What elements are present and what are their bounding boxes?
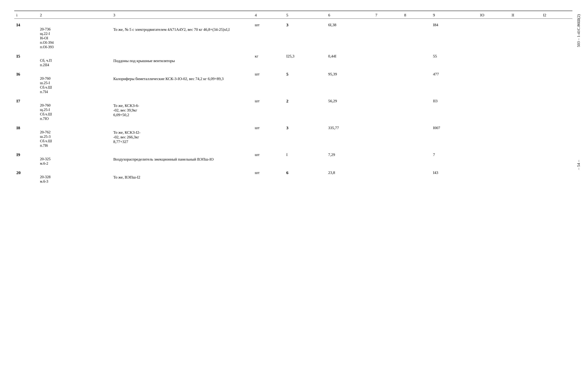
row-col5: 3 xyxy=(284,19,326,51)
row-col11 xyxy=(509,122,541,149)
row-col7 xyxy=(373,19,402,51)
table-row: I7 20-760 щ.25-I Сб.ч.Ш п.7IO То же, КСK… xyxy=(14,95,572,122)
row-col6: 95,39 xyxy=(326,69,373,95)
col-header-7: 7 xyxy=(373,11,402,19)
row-col6: 335,77 xyxy=(326,122,373,149)
row-col3: То же, КСKЗ-I2- -02, вес 266,3кг 8,77+32… xyxy=(111,122,253,149)
table-header-row: i 2 3 4 5 6 7 xyxy=(14,11,572,19)
col-header-2: 2 xyxy=(38,11,111,19)
row-col6: 56,29 xyxy=(326,95,373,122)
row-col6: 7,29 xyxy=(326,149,373,167)
col-header-10: IO xyxy=(478,11,509,19)
table-row: 20 20-328 м.6-3 То же, ВЭПш-I2 шт 6 23,8 xyxy=(14,167,572,185)
row-col4: кг xyxy=(253,51,284,69)
col-header-8: 8 xyxy=(402,11,431,19)
row-col10 xyxy=(478,51,509,69)
row-col10 xyxy=(478,69,509,95)
row-id: I7 xyxy=(14,95,38,122)
row-col11 xyxy=(509,167,541,185)
row-col12 xyxy=(541,19,572,51)
row-col12 xyxy=(541,51,572,69)
table-row: I8 20-762 ш.25-3 Сб.ч.Ш п.7I6 То же, КСK… xyxy=(14,122,572,149)
row-col3: Калориферы биметаллические КСК-3-IO-02, … xyxy=(111,69,253,95)
row-col4: шт xyxy=(253,149,284,167)
col-header-4: 4 xyxy=(253,11,284,19)
row-col3: Поддоны под крышные вентиляторы xyxy=(111,51,253,69)
row-col3: Воздухораспределитель эжекционный панель… xyxy=(111,149,253,167)
side-label-top-text: 503 – 1-41С.86Ш(2) xyxy=(576,14,581,47)
row-col2: 20-325 м.6-2 xyxy=(38,149,111,167)
row-col7 xyxy=(373,167,402,185)
row-col7 xyxy=(373,95,402,122)
table-row: I6 20-760 ш.25-I Сб.ч.Ш п.7I4 Калориферы… xyxy=(14,69,572,95)
row-col9: 7 xyxy=(431,149,478,167)
row-col9: 477 xyxy=(431,69,478,95)
row-col9: 55 xyxy=(431,51,478,69)
side-label-bottom-text: – 54 – xyxy=(576,160,581,170)
row-col10 xyxy=(478,167,509,185)
row-col12 xyxy=(541,149,572,167)
row-col7 xyxy=(373,122,402,149)
row-col2: 20-760 ш.25-I Сб.ч.Ш п.7I4 xyxy=(38,69,111,95)
row-col11 xyxy=(509,69,541,95)
row-col2: 20-328 м.6-3 xyxy=(38,167,111,185)
table-row: I5 Сб, ч.П п.2II4 Поддоны под крышные ве… xyxy=(14,51,572,69)
row-col7 xyxy=(373,149,402,167)
row-col8 xyxy=(402,51,431,69)
row-col10 xyxy=(478,95,509,122)
table-row: I4 20-736 щ.22-I I6-OI п.OI-394 п.OI-393… xyxy=(14,19,572,51)
col-header-12: I2 xyxy=(541,11,572,19)
row-col2: 20-762 ш.25-3 Сб.ч.Ш п.7I6 xyxy=(38,122,111,149)
row-col11 xyxy=(509,51,541,69)
col-header-6: 6 xyxy=(326,11,373,19)
row-col8 xyxy=(402,149,431,167)
row-col12 xyxy=(541,122,572,149)
row-col2: 20-760 щ.25-I Сб.ч.Ш п.7IO xyxy=(38,95,111,122)
row-col9: I007 xyxy=(431,122,478,149)
row-col9: I43 xyxy=(431,167,478,185)
table-row: I9 20-325 м.6-2 Воздухораспределитель эж… xyxy=(14,149,572,167)
row-col11 xyxy=(509,19,541,51)
page-container: 503 – 1-41С.86Ш(2) – 54 – i 2 xyxy=(0,0,588,378)
row-col7 xyxy=(373,51,402,69)
row-col3: То же, № 5 с электродвигателем 4А71А4У2,… xyxy=(111,19,253,51)
row-col5: I xyxy=(284,149,326,167)
row-col7 xyxy=(373,69,402,95)
row-col4: шт xyxy=(253,167,284,185)
row-col4: шт xyxy=(253,95,284,122)
row-col12 xyxy=(541,167,572,185)
col-header-3: 3 xyxy=(111,11,253,19)
row-col12 xyxy=(541,95,572,122)
row-col2: Сб, ч.П п.2II4 xyxy=(38,51,111,69)
row-col8 xyxy=(402,95,431,122)
side-label-top: 503 – 1-41С.86Ш(2) xyxy=(576,14,581,47)
col-header-5: 5 xyxy=(284,11,326,19)
row-id: I4 xyxy=(14,19,38,51)
row-col4: шт xyxy=(253,69,284,95)
row-id: I9 xyxy=(14,149,38,167)
row-col10 xyxy=(478,122,509,149)
row-id: I6 xyxy=(14,69,38,95)
row-col9: II3 xyxy=(431,95,478,122)
row-col4: шт xyxy=(253,19,284,51)
row-col8 xyxy=(402,69,431,95)
row-id: 20 xyxy=(14,167,38,185)
row-col9: I84 xyxy=(431,19,478,51)
col-header-1: i xyxy=(14,11,38,19)
row-col8 xyxy=(402,167,431,185)
row-col12 xyxy=(541,69,572,95)
row-col3: То же, ВЭПш-I2 xyxy=(111,167,253,185)
row-col6: 6I,38 xyxy=(326,19,373,51)
row-col5: 6 xyxy=(284,167,326,185)
row-id: I5 xyxy=(14,51,38,69)
side-label-bottom: – 54 – xyxy=(576,160,581,170)
row-col11 xyxy=(509,95,541,122)
row-col5: 2 xyxy=(284,95,326,122)
row-col6: 23,8 xyxy=(326,167,373,185)
row-col8 xyxy=(402,19,431,51)
col-header-9: 9 xyxy=(431,11,478,19)
row-col10 xyxy=(478,149,509,167)
row-col11 xyxy=(509,149,541,167)
row-col3: То же, КСKЗ-6- -02, вес 39,9кг 6,09+50,2 xyxy=(111,95,253,122)
row-col2: 20-736 щ.22-I I6-OI п.OI-394 п.OI-393 xyxy=(38,19,111,51)
